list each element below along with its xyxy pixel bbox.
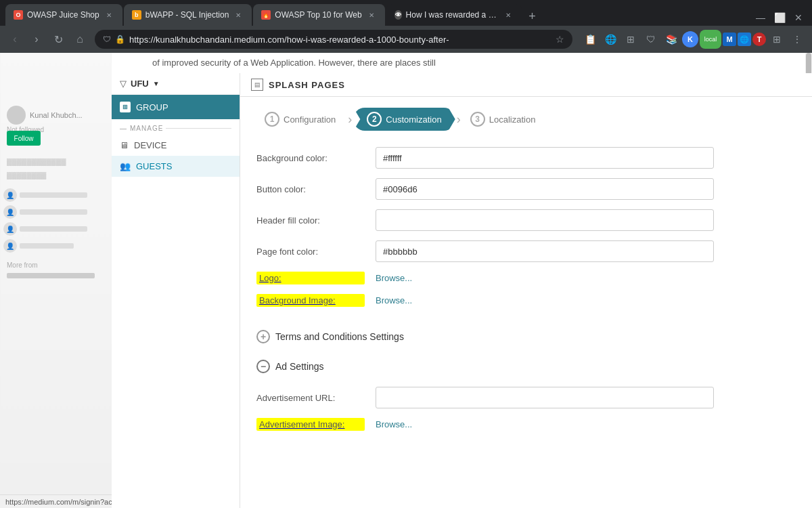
favicon-tab3: 🔥 — [261, 10, 271, 20]
tab-owasp-juice[interactable]: O OWASP Juice Shop ✕ — [5, 4, 122, 26]
extension2-icon[interactable]: 🌐 — [738, 33, 751, 46]
lock-icon: 🔒 — [115, 35, 125, 44]
btn-color-input[interactable] — [376, 178, 714, 200]
reading-view-icon[interactable]: 📋 — [581, 30, 600, 49]
sidebar-author-avatar: Kunal Khubch... — [7, 106, 83, 125]
translate-icon[interactable]: 🌐 — [601, 30, 620, 49]
main-content-area: of improved security of a Web Applicatio… — [112, 53, 812, 508]
filter-label: UFU — [131, 79, 149, 89]
header-fill-input[interactable] — [376, 209, 714, 231]
ad-section-header[interactable]: − Ad Settings — [240, 352, 812, 381]
logo-browse-link[interactable]: Browse... — [376, 273, 796, 283]
extensions-icon[interactable]: ⊞ — [767, 30, 786, 49]
ad-image-browse-link[interactable]: Browse... — [376, 419, 796, 429]
tab-owasp-top10[interactable]: 🔥 OWASP Top 10 for Web ✕ — [253, 4, 384, 26]
maximize-button[interactable]: ⬜ — [774, 12, 785, 23]
splash-pages-icon: ▤ — [251, 79, 263, 91]
ad-url-input[interactable] — [376, 387, 714, 408]
tab1-close[interactable]: ✕ — [104, 9, 114, 20]
window-controls: — ⬜ ✕ — [755, 12, 807, 26]
group-icon: ⊞ — [120, 102, 131, 112]
omnibox[interactable]: 🛡 🔒 https://kunalkhubchandani.medium.com… — [95, 30, 572, 49]
sidebar-item-group[interactable]: ⊞ GROUP — [112, 95, 240, 119]
font-color-input[interactable] — [376, 240, 714, 262]
guests-label: GUESTS — [136, 161, 172, 171]
ad-section-title: Ad Settings — [275, 361, 324, 372]
tab3-close[interactable]: ✕ — [366, 9, 377, 20]
step2-circle: 2 — [367, 112, 382, 127]
form-row-font-color: Page font color: — [256, 240, 796, 262]
terms-section-header[interactable]: + Terms and Conditions Settings — [240, 322, 812, 352]
bg-color-label: Background color: — [256, 153, 365, 163]
tab-medium-article[interactable]: 👁 How I was rewarded a $1000 b... ✕ — [386, 4, 522, 26]
profile-icon[interactable]: K — [682, 31, 698, 47]
manage-dash-left: — — [120, 125, 127, 132]
extension3-icon[interactable]: T — [752, 33, 766, 46]
left-sidebar-bg: Kunal Khubch... Not followed Follow ▓▓▓▓… — [0, 53, 112, 508]
step3-label: Localization — [489, 114, 536, 125]
apps-icon[interactable]: ⊞ — [621, 30, 640, 49]
tab4-close[interactable]: ✕ — [503, 9, 514, 20]
sidebar-more-text — [7, 273, 95, 278]
sidebar-text-blur2 — [20, 209, 87, 215]
home-button[interactable]: ⌂ — [70, 30, 89, 49]
minimize-button[interactable]: — — [755, 12, 766, 23]
header-fill-label: Header fill color: — [256, 215, 365, 226]
back-button[interactable]: ‹ — [5, 30, 24, 49]
sidebar-item-guests[interactable]: 👥 GUESTS — [112, 156, 240, 177]
ad-url-label: Advertisement URL: — [256, 393, 365, 403]
library-icon[interactable]: 📚 — [662, 30, 681, 49]
browser-window: O OWASP Juice Shop ✕ b bWAPP - SQL Injec… — [0, 0, 812, 53]
follow-button[interactable]: Follow — [7, 131, 41, 146]
filter-icon: ▽ — [120, 79, 127, 89]
form-content: Background color: Button color: Header f… — [240, 142, 812, 322]
tab2-close[interactable]: ✕ — [233, 9, 244, 20]
step1-label: Configuration — [284, 114, 336, 125]
wizard-arrow-1: › — [348, 112, 352, 127]
close-button[interactable]: ✕ — [793, 12, 804, 23]
tab3-title: OWASP Top 10 for Web — [275, 10, 361, 20]
wizard-step-3[interactable]: 3 Localization — [462, 108, 547, 131]
sidebar-text-blur4 — [20, 243, 74, 249]
sidebar-item-device[interactable]: 🖥 DEVICE — [112, 135, 240, 156]
manage-section: — MANAGE — [112, 119, 240, 135]
author-name: Kunal Khubch... — [30, 111, 83, 119]
omnibox-bar: ‹ › ↻ ⌂ 🛡 🔒 https://kunalkhubchandani.me… — [0, 26, 812, 53]
sidebar-footer-label: More from — [7, 261, 38, 269]
filter-bar[interactable]: ▽ UFU ▼ — [112, 73, 240, 95]
tab-bwapp[interactable]: b bWAPP - SQL Injection ✕ — [124, 4, 252, 26]
favicon-tab1: O — [14, 10, 23, 20]
menu-icon[interactable]: ⋮ — [788, 30, 807, 49]
new-tab-button[interactable]: + — [523, 7, 542, 26]
extension1-icon[interactable]: M — [723, 33, 736, 46]
sidebar-icon4: 👤 — [3, 239, 17, 253]
bookmark-icon[interactable]: ☆ — [556, 34, 564, 45]
wizard-step-2[interactable]: 2 Customization — [353, 108, 455, 131]
local-icon[interactable]: local — [700, 30, 721, 49]
step2-label: Customization — [386, 114, 441, 125]
step3-circle: 3 — [470, 112, 485, 127]
avatar-image — [7, 106, 26, 125]
sidebar-icon2: 👤 — [3, 205, 17, 219]
shield-icon[interactable]: 🛡 — [641, 30, 660, 49]
splash-pages-header: ▤ SPLASH PAGES — [240, 73, 812, 97]
sidebar-blur-text1: ▓▓▓▓▓▓▓▓▓▓▓▓ — [7, 158, 102, 165]
group-label: GROUP — [136, 102, 168, 112]
ad-form-content: Advertisement URL: Advertisement Image: … — [240, 381, 812, 446]
bg-image-browse-link[interactable]: Browse... — [376, 295, 796, 305]
form-row-bg-color: Background color: — [256, 147, 796, 169]
reload-button[interactable]: ↻ — [49, 30, 68, 49]
manage-label: — MANAGE — [120, 125, 231, 132]
wizard-step-1[interactable]: 1 Configuration — [256, 108, 346, 131]
form-row-ad-image: Advertisement Image: Browse... — [256, 418, 796, 431]
wizard-steps: 1 Configuration › 2 Customization › 3 — [240, 97, 812, 142]
bg-color-input[interactable] — [376, 147, 714, 169]
app-sidebar: ▽ UFU ▼ ⊞ GROUP — MANAGE — [112, 73, 240, 508]
forward-button[interactable]: › — [27, 30, 46, 49]
wizard-arrow-2: › — [457, 112, 461, 127]
tab4-title: How I was rewarded a $1000 b... — [406, 10, 499, 20]
form-row-ad-url: Advertisement URL: — [256, 387, 796, 408]
tab2-title: bWAPP - SQL Injection — [145, 10, 229, 20]
form-row-bg-image: Background Image: Browse... — [256, 294, 796, 307]
filter-arrow-icon: ▼ — [153, 80, 160, 87]
